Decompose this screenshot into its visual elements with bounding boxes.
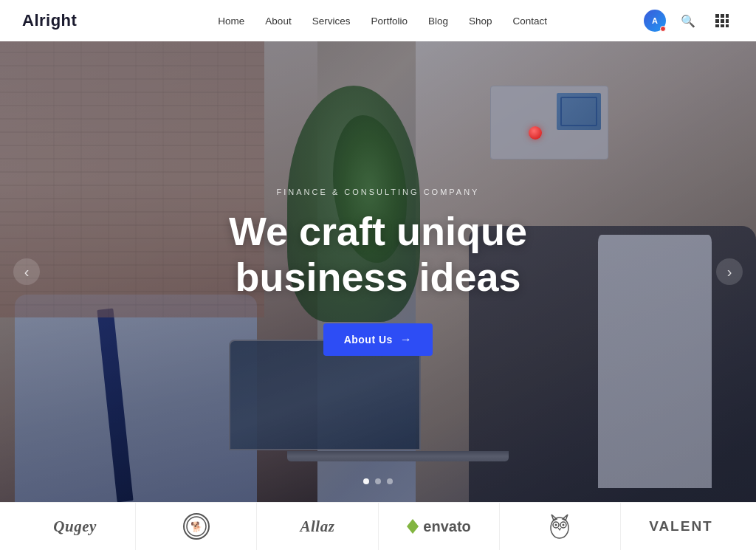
hero-section: Finance & Consulting Company We craft un… [0, 41, 756, 502]
nav-item-blog[interactable]: Blog [428, 14, 448, 27]
grid-icon [715, 14, 729, 27]
nav-link-home[interactable]: Home [218, 16, 244, 27]
slider-dot-1[interactable] [363, 478, 369, 484]
notification-dot [660, 26, 666, 32]
hero-title: We craft unique business ideas [171, 208, 585, 300]
svg-rect-1 [721, 14, 724, 18]
grid-menu-button[interactable] [710, 9, 734, 32]
nav-item-contact[interactable]: Contact [513, 14, 548, 27]
prev-arrow-icon: ‹ [24, 264, 30, 281]
svg-rect-4 [721, 19, 724, 23]
svg-rect-3 [715, 19, 719, 23]
bulldog-svg: 🐕 [186, 516, 207, 537]
svg-point-17 [563, 524, 565, 526]
hero-title-line1: We craft unique [229, 209, 527, 253]
slider-next-button[interactable]: › [716, 258, 743, 285]
brand-envato: envato [379, 503, 500, 550]
brand-logo[interactable]: Alright [22, 11, 77, 30]
brand-envato-name: envato [423, 518, 470, 535]
next-arrow-icon: › [727, 264, 732, 281]
nav-link-contact[interactable]: Contact [513, 16, 548, 27]
svg-text:🐕: 🐕 [190, 520, 203, 533]
slider-dot-2[interactable] [375, 478, 381, 484]
hero-cta-button[interactable]: About Us → [323, 323, 433, 356]
brand-owl [500, 503, 621, 550]
brand-qugey: Qugey [15, 503, 136, 550]
nav-icons: A 🔍 [644, 9, 734, 32]
brand-allaz: Allaz [257, 503, 378, 550]
brand-qugey-name: Qugey [53, 518, 97, 536]
slider-dot-3[interactable] [387, 478, 393, 484]
svg-point-16 [555, 524, 557, 526]
nav-item-about[interactable]: About [265, 14, 291, 27]
search-icon: 🔍 [681, 14, 695, 28]
slider-prev-button[interactable]: ‹ [13, 258, 40, 285]
nav-link-shop[interactable]: Shop [469, 16, 492, 27]
brand-allaz-name: Allaz [300, 518, 335, 536]
svg-rect-6 [715, 24, 719, 27]
hero-subtitle: Finance & Consulting Company [171, 188, 585, 196]
user-avatar[interactable]: A [644, 10, 666, 32]
svg-rect-2 [726, 14, 729, 18]
nav-link-about[interactable]: About [265, 16, 291, 27]
nav-item-shop[interactable]: Shop [469, 14, 492, 27]
svg-rect-7 [721, 24, 724, 27]
nav-link-blog[interactable]: Blog [428, 16, 448, 27]
bulldog-icon: 🐕 [183, 513, 210, 540]
navbar: Alright Home About Services Portfolio Bl… [0, 0, 756, 41]
nav-item-portfolio[interactable]: Portfolio [371, 14, 408, 27]
envato-leaf-icon [406, 518, 419, 534]
search-button[interactable]: 🔍 [676, 9, 700, 32]
svg-rect-8 [726, 24, 729, 27]
nav-item-home[interactable]: Home [218, 14, 244, 27]
svg-rect-0 [715, 14, 719, 18]
brands-section: Qugey 🐕 Allaz envato [0, 502, 756, 550]
brand-bulldog: 🐕 [136, 503, 257, 550]
nav-link-services[interactable]: Services [312, 16, 351, 27]
svg-rect-5 [726, 19, 729, 23]
envato-container: envato [406, 518, 470, 535]
hero-cta-arrow: → [400, 333, 413, 346]
nav-links: Home About Services Portfolio Blog Shop … [121, 14, 644, 27]
hero-title-line2: business ideas [235, 255, 520, 299]
bulldog-container: 🐕 [183, 513, 210, 540]
avatar-initials: A [652, 16, 658, 25]
brand-valent-name: VALENT [649, 518, 713, 534]
hero-cta-label: About Us [344, 334, 393, 346]
slider-dots [363, 478, 393, 484]
nav-item-services[interactable]: Services [312, 14, 351, 27]
owl-icon [544, 513, 575, 540]
hero-content: Finance & Consulting Company We craft un… [171, 188, 585, 356]
nav-link-portfolio[interactable]: Portfolio [371, 16, 408, 27]
brand-valent: VALENT [621, 503, 741, 550]
red-dot-decoration [529, 126, 542, 140]
